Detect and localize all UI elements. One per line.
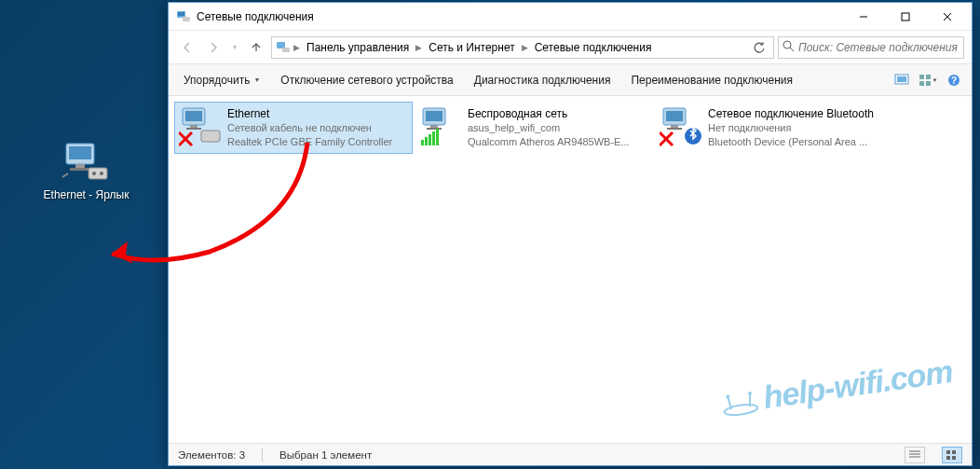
window-title: Сетевые подключения [197,10,842,23]
change-view-button[interactable]: ▼ [916,69,940,91]
search-icon [783,39,795,56]
svg-rect-44 [671,125,678,128]
item-count: Элементов: 3 [178,449,245,461]
svg-rect-1 [69,146,91,159]
maximize-button[interactable] [884,4,926,30]
shortcut-label: Ethernet - Ярлык [42,188,130,201]
wifi-icon [419,106,464,147]
network-item-ethernet[interactable]: Ethernet Сетевой кабель не подключен Rea… [174,102,413,154]
svg-rect-58 [952,450,956,454]
minimize-button[interactable] [842,4,884,30]
svg-point-49 [724,403,758,417]
breadcrumb-segment[interactable]: Сетевые подключения [531,39,656,56]
location-icon [276,40,291,55]
item-status: Сетевой кабель не подключен [227,121,408,135]
search-box[interactable] [778,36,964,59]
content-area[interactable]: Ethernet Сетевой кабель не подключен Rea… [169,96,972,443]
svg-rect-30 [201,131,220,142]
svg-rect-22 [919,81,924,86]
watermark: help-wifi.com [718,353,954,421]
command-bar: Упорядочить▼ Отключение сетевого устройс… [169,64,972,96]
svg-point-52 [726,394,730,399]
svg-rect-37 [421,140,424,145]
svg-rect-4 [88,168,107,179]
organize-button[interactable]: Упорядочить▼ [174,70,269,90]
help-button[interactable]: ? [942,69,966,91]
item-status: Нет подключения [708,121,889,135]
svg-point-53 [748,392,753,396]
svg-text:?: ? [951,76,957,86]
disable-device-button[interactable]: Отключение сетевого устройства [271,70,462,90]
network-adapter-icon [61,140,113,185]
item-name: Ethernet [227,107,408,121]
item-device: Realtek PCIe GBE Family Controller [227,135,408,149]
refresh-button[interactable] [749,41,769,54]
item-status: asus_help_wifi_com [468,121,648,135]
address-bar[interactable]: ▶ Панель управления ▶ Сеть и Интернет ▶ … [271,36,774,59]
svg-rect-60 [952,456,956,460]
svg-rect-3 [70,168,90,171]
svg-rect-2 [75,164,85,168]
chevron-right-icon[interactable]: ▶ [521,43,529,52]
explorer-window: Сетевые подключения ▾ ▶ Панель управлени… [168,2,973,466]
svg-line-51 [748,393,752,407]
svg-rect-8 [178,12,184,16]
svg-rect-34 [426,111,442,121]
svg-rect-9 [183,17,190,21]
item-device: Bluetooth Device (Personal Area ... [708,135,889,149]
address-bar-row: ▾ ▶ Панель управления ▶ Сеть и Интернет … [169,31,972,64]
svg-rect-11 [902,13,909,21]
svg-point-5 [92,172,96,175]
svg-rect-28 [190,125,197,128]
status-bar: Элементов: 3 Выбран 1 элемент [169,443,972,465]
svg-rect-27 [185,111,202,121]
item-device: Qualcomm Atheros AR9485WB-E... [468,135,648,149]
svg-rect-39 [429,134,431,145]
svg-rect-36 [427,128,442,130]
svg-rect-40 [432,131,435,145]
breadcrumb-segment[interactable]: Сеть и Интернет [425,39,518,56]
svg-line-50 [728,396,731,409]
breadcrumb-segment[interactable]: Панель управления [303,39,413,56]
network-item-bluetooth[interactable]: Сетевое подключение Bluetooth Нет подклю… [655,102,893,154]
svg-rect-35 [430,125,438,128]
svg-rect-21 [926,75,931,79]
desktop-shortcut-ethernet[interactable]: Ethernet - Ярлык [42,140,130,201]
diagnose-button[interactable]: Диагностика подключения [465,70,620,90]
svg-point-6 [100,172,103,175]
svg-point-16 [783,41,791,48]
selection-count: Выбран 1 элемент [279,449,372,461]
details-view-button[interactable] [905,447,925,463]
up-button[interactable] [245,36,267,59]
view-status-button[interactable] [890,69,914,91]
chevron-right-icon[interactable]: ▶ [415,43,423,52]
svg-rect-38 [425,137,428,145]
forward-button[interactable] [202,36,225,59]
chevron-right-icon[interactable]: ▶ [293,43,301,52]
svg-rect-45 [667,128,682,130]
network-item-wifi[interactable]: Беспроводная сеть asus_help_wifi_com Qua… [415,102,653,154]
bluetooth-icon [660,106,704,147]
tiles-view-button[interactable] [942,447,962,463]
rename-button[interactable]: Переименование подключения [621,70,802,90]
item-name: Сетевое подключение Bluetooth [708,107,889,121]
svg-rect-43 [666,111,683,121]
titlebar[interactable]: Сетевые подключения [169,3,972,31]
window-icon [176,9,191,24]
search-input[interactable] [798,41,960,54]
ethernet-icon [179,106,224,147]
back-button[interactable] [176,36,198,59]
svg-rect-14 [277,42,285,48]
history-dropdown[interactable]: ▾ [228,36,241,59]
svg-rect-19 [897,76,906,82]
svg-rect-57 [946,450,950,454]
svg-line-17 [790,48,794,51]
svg-rect-29 [186,128,201,130]
item-name: Беспроводная сеть [468,107,648,121]
svg-rect-41 [436,129,439,145]
svg-rect-59 [946,456,950,460]
svg-rect-20 [919,75,924,79]
svg-rect-23 [926,81,931,86]
svg-rect-15 [282,48,290,52]
close-button[interactable] [926,4,968,30]
